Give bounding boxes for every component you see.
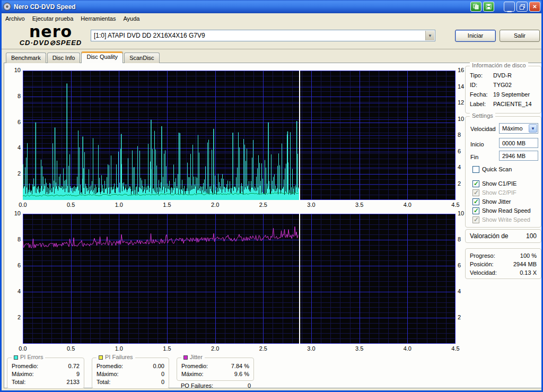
score-value: 100 — [526, 232, 537, 240]
maximize-button[interactable] — [516, 2, 528, 12]
close-button[interactable]: ✕ — [529, 2, 540, 12]
minimize-button[interactable]: ▁ — [504, 2, 515, 12]
tab-disc-quality[interactable]: Disc Quality — [81, 51, 123, 63]
axis-tick-label: 4.5 — [448, 202, 463, 208]
axis-tick-label: 0.5 — [63, 345, 79, 352]
menu-bar: Archivo Ejecutar prueba Herramientas Ayu… — [2, 13, 541, 24]
pi-errors-chart — [23, 71, 456, 200]
menu-herramientas[interactable]: Herramientas — [77, 14, 119, 23]
app-window: Nero CD-DVD Speed ▁ ✕ Archivo Ejecutar p… — [0, 0, 543, 392]
axis-tick-label: 2.0 — [207, 202, 223, 208]
disc-type-row: Tipo:DVD-R — [466, 71, 541, 80]
axis-tick-label: 0.0 — [15, 345, 31, 352]
axis-tick-label: 2 — [458, 314, 470, 320]
pi-failures-swatch — [99, 355, 103, 360]
nero-logo: nero CD·DVD⊘SPEED — [12, 25, 89, 47]
score-box: Valoración de 100 — [465, 229, 541, 243]
tab-scandisc[interactable]: ScanDisc — [124, 53, 159, 63]
po-failures-row: PO Failures:0 — [181, 382, 251, 389]
menu-archivo[interactable]: Archivo — [2, 14, 29, 23]
pi-errors-swatch — [14, 355, 18, 360]
disc-info-title: Información de disco — [470, 62, 528, 68]
pi-failures-legend: PI Failures — [97, 354, 135, 360]
quick-scan-row: Quick Scan — [472, 165, 512, 173]
axis-tick-label: 8 — [7, 93, 21, 99]
axis-tick-label: 4.5 — [448, 345, 463, 352]
axis-tick-label: 3.5 — [352, 345, 367, 352]
disc-label-row: Label:PACIENTE_14 — [466, 99, 541, 109]
show-c1-pie-checkbox[interactable] — [472, 180, 479, 187]
axis-tick-label: 8 — [7, 236, 21, 242]
tab-strip: Benchmark Disc Info Disc Quality ScanDis… — [6, 51, 161, 63]
axis-tick-label: 0.5 — [63, 202, 79, 208]
title-bar[interactable]: Nero CD-DVD Speed ▁ ✕ — [0, 0, 543, 13]
end-pos-input[interactable]: 2946 MB — [499, 151, 538, 161]
show-jitter-row: Show Jitter — [472, 198, 511, 205]
axis-tick-label: 1.5 — [159, 202, 175, 208]
axis-tick-label: 4 — [458, 288, 470, 294]
show-read-speed-checkbox[interactable] — [472, 207, 479, 214]
show-c2-pif-row: Show C2/PIF — [472, 189, 516, 196]
jitter-legend: Jitter — [181, 354, 205, 360]
menu-ayuda[interactable]: Ayuda — [119, 14, 143, 23]
axis-tick-label: 10 — [7, 67, 21, 73]
disc-info-group: Información de disco Tipo:DVD-R ID:TYG02… — [465, 66, 541, 114]
axis-tick-label: 2 — [7, 314, 21, 320]
axis-tick-label: 2.5 — [255, 345, 271, 352]
axis-tick-label: 1.5 — [159, 345, 175, 352]
axis-tick-label: 6 — [7, 119, 21, 125]
app-icon — [3, 3, 11, 11]
menu-ejecutar-prueba[interactable]: Ejecutar prueba — [29, 14, 77, 23]
chevron-down-icon[interactable]: ▼ — [529, 124, 537, 133]
save-icon[interactable] — [483, 2, 494, 12]
exit-button[interactable]: Salir — [500, 30, 540, 42]
pi-errors-legend: PI Errors — [12, 354, 45, 360]
chevron-down-icon[interactable]: ▼ — [425, 31, 434, 40]
axis-tick-label: 4.0 — [399, 202, 415, 208]
drive-select-value: [1:0] ATAPI DVD DD 2X16X4X16 G7V9 — [94, 32, 205, 39]
show-c1-pie-row: Show C1/PIE — [472, 180, 516, 187]
disc-date-row: Fecha:19 September — [466, 90, 541, 99]
window-title: Nero CD-DVD Speed — [14, 3, 76, 11]
show-jitter-checkbox[interactable] — [472, 198, 479, 205]
position-row: Posición:2944 MB — [466, 260, 541, 268]
speed-label: Velocidad — [470, 126, 496, 132]
axis-tick-label: 3.0 — [303, 345, 319, 352]
speed-row: Velocidad:0.13 X — [466, 268, 541, 277]
settings-title: Settings — [470, 112, 495, 119]
drive-select[interactable]: [1:0] ATAPI DVD DD 2X16X4X16 G7V9 ▼ — [91, 30, 435, 41]
speed-select[interactable]: Máximo▼ — [499, 123, 538, 134]
show-read-speed-row: Show Read Speed — [472, 207, 531, 214]
jitter-swatch — [183, 355, 188, 360]
axis-tick-label: 4 — [7, 288, 21, 294]
jitter-chart — [23, 214, 456, 344]
show-write-speed-row: Show Write Speed — [472, 216, 530, 223]
axis-tick-label: 4 — [7, 144, 21, 151]
axis-tick-label: 2 — [7, 170, 21, 177]
axis-tick-label: 4.0 — [399, 345, 415, 352]
tab-benchmark[interactable]: Benchmark — [6, 53, 46, 63]
axis-tick-label: 1.0 — [111, 345, 127, 352]
show-c2-pif-checkbox — [472, 189, 479, 196]
quick-scan-checkbox[interactable] — [472, 166, 479, 173]
axis-tick-label: 2.0 — [207, 345, 223, 352]
start-pos-label: Inicio — [470, 141, 484, 147]
jitter-stats: Jitter Promedio:7.84 % Máximo:9.6 % — [177, 358, 254, 381]
start-pos-input[interactable]: 0000 MB — [499, 138, 538, 148]
axis-tick-label: 1.0 — [111, 202, 127, 208]
axis-tick-label: 6 — [7, 262, 21, 268]
show-write-speed-checkbox — [472, 216, 479, 223]
end-pos-label: Fin — [470, 154, 478, 160]
axis-tick-label: 3.5 — [352, 202, 367, 208]
axis-tick-label: 2.5 — [255, 202, 271, 208]
tab-disc-info[interactable]: Disc Info — [47, 53, 81, 63]
score-label: Valoración de — [470, 232, 509, 240]
axis-tick-label: 3.0 — [303, 202, 319, 208]
pi-failures-stats: PI Failures Promedio:0.00 Máximo:0 Total… — [92, 358, 169, 389]
axis-tick-label: 10 — [7, 210, 21, 216]
start-button[interactable]: Iniciar — [455, 30, 496, 42]
pi-errors-stats: PI Errors Promedio:0.72 Máximo:9 Total:2… — [7, 358, 84, 389]
header: nero CD·DVD⊘SPEED [1:0] ATAPI DVD DD 2X1… — [2, 24, 541, 49]
progress-row: Progreso:100 % — [466, 251, 541, 260]
copy-icon[interactable] — [470, 2, 481, 12]
